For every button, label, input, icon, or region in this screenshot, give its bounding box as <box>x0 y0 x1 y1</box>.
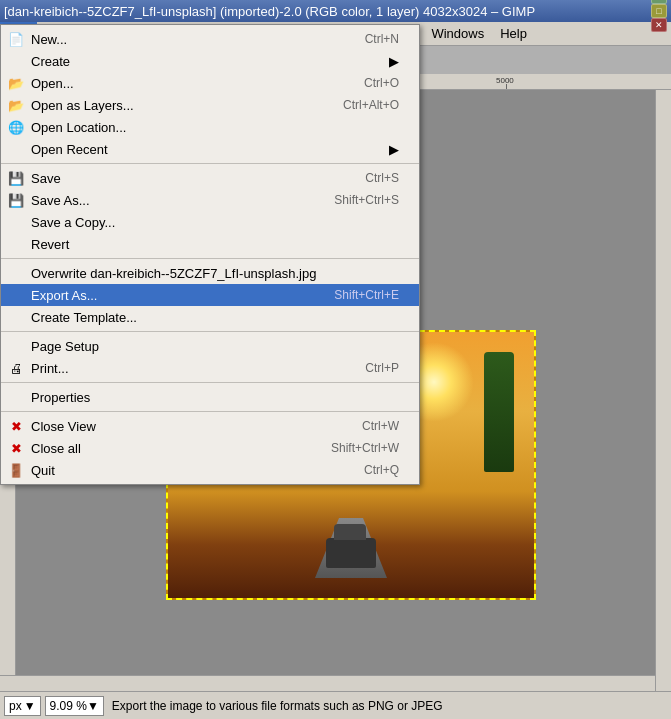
create-arrow: ▶ <box>389 54 399 69</box>
print-label: Print... <box>31 361 345 376</box>
zoom-level[interactable]: 9.09 % ▼ <box>45 696 104 716</box>
separator-4 <box>1 382 419 383</box>
vertical-scrollbar[interactable] <box>655 90 671 691</box>
close-view-shortcut: Ctrl+W <box>362 419 399 433</box>
close-all-shortcut: Shift+Ctrl+W <box>331 441 399 455</box>
separator-3 <box>1 331 419 332</box>
save-as-label: Save As... <box>31 193 314 208</box>
open-layers-icon: 📂 <box>7 96 25 114</box>
zoom-value: 9.09 % <box>50 699 87 713</box>
menu-item-open-location[interactable]: 🌐 Open Location... <box>1 116 419 138</box>
create-label: Create <box>31 54 379 69</box>
zoom-arrow: ▼ <box>87 699 99 713</box>
new-icon: 📄 <box>7 30 25 48</box>
close-button[interactable]: ✕ <box>651 18 667 32</box>
tree <box>484 352 514 472</box>
menu-windows[interactable]: Windows <box>423 22 492 45</box>
quit-icon: 🚪 <box>7 461 25 479</box>
menu-item-export-as[interactable]: Export As... Shift+Ctrl+E <box>1 284 419 306</box>
menu-item-close-all[interactable]: ✖ Close all Shift+Ctrl+W <box>1 437 419 459</box>
menu-item-create[interactable]: Create ▶ <box>1 50 419 72</box>
create-template-label: Create Template... <box>31 310 399 325</box>
menu-item-create-template[interactable]: Create Template... <box>1 306 419 328</box>
save-as-shortcut: Shift+Ctrl+S <box>334 193 399 207</box>
print-icon: 🖨 <box>7 359 25 377</box>
open-layers-shortcut: Ctrl+Alt+O <box>343 98 399 112</box>
new-shortcut: Ctrl+N <box>365 32 399 46</box>
open-location-label: Open Location... <box>31 120 399 135</box>
menu-item-save-copy[interactable]: Save a Copy... <box>1 211 419 233</box>
save-label: Save <box>31 171 345 186</box>
menu-item-open-recent[interactable]: Open Recent ▶ <box>1 138 419 160</box>
close-view-icon: ✖ <box>7 417 25 435</box>
save-copy-label: Save a Copy... <box>31 215 399 230</box>
car <box>326 538 376 568</box>
menu-item-save[interactable]: 💾 Save Ctrl+S <box>1 167 419 189</box>
open-icon: 📂 <box>7 74 25 92</box>
separator-5 <box>1 411 419 412</box>
close-all-label: Close all <box>31 441 311 456</box>
menu-item-quit[interactable]: 🚪 Quit Ctrl+Q <box>1 459 419 481</box>
open-layers-label: Open as Layers... <box>31 98 323 113</box>
menu-item-revert[interactable]: Revert <box>1 233 419 255</box>
menu-item-new[interactable]: 📄 New... Ctrl+N <box>1 28 419 50</box>
title-bar-text: [dan-kreibich--5ZCZF7_LfI-unsplash] (imp… <box>4 4 535 19</box>
export-as-label: Export As... <box>31 288 314 303</box>
menu-item-print[interactable]: 🖨 Print... Ctrl+P <box>1 357 419 379</box>
menu-item-close-view[interactable]: ✖ Close View Ctrl+W <box>1 415 419 437</box>
quit-shortcut: Ctrl+Q <box>364 463 399 477</box>
menu-item-open-layers[interactable]: 📂 Open as Layers... Ctrl+Alt+O <box>1 94 419 116</box>
page-setup-label: Page Setup <box>31 339 399 354</box>
maximize-button[interactable]: □ <box>651 4 667 18</box>
menu-item-properties[interactable]: Properties <box>1 386 419 408</box>
menu-help[interactable]: Help <box>492 22 535 45</box>
open-location-icon: 🌐 <box>7 118 25 136</box>
menu-item-page-setup[interactable]: Page Setup <box>1 335 419 357</box>
save-shortcut: Ctrl+S <box>365 171 399 185</box>
status-message: Export the image to various file formats… <box>112 699 443 713</box>
open-shortcut: Ctrl+O <box>364 76 399 90</box>
horizontal-scrollbar-row <box>0 675 655 691</box>
properties-label: Properties <box>31 390 399 405</box>
title-bar-buttons: – □ ✕ <box>651 0 667 32</box>
separator-1 <box>1 163 419 164</box>
menu-item-open[interactable]: 📂 Open... Ctrl+O <box>1 72 419 94</box>
menu-item-save-as[interactable]: 💾 Save As... Shift+Ctrl+S <box>1 189 419 211</box>
file-dropdown-menu: 📄 New... Ctrl+N Create ▶ 📂 Open... Ctrl+… <box>0 24 420 485</box>
unit-arrow: ▼ <box>24 699 36 713</box>
menu-item-overwrite[interactable]: Overwrite dan-kreibich--5ZCZF7_LfI-unspl… <box>1 262 419 284</box>
separator-2 <box>1 258 419 259</box>
unit-value: px <box>9 699 22 713</box>
export-as-shortcut: Shift+Ctrl+E <box>334 288 399 302</box>
new-label: New... <box>31 32 345 47</box>
status-bar: px ▼ 9.09 % ▼ Export the image to variou… <box>0 691 671 719</box>
save-as-icon: 💾 <box>7 191 25 209</box>
close-view-label: Close View <box>31 419 342 434</box>
open-recent-label: Open Recent <box>31 142 379 157</box>
open-label: Open... <box>31 76 344 91</box>
print-shortcut: Ctrl+P <box>365 361 399 375</box>
unit-dropdown[interactable]: px ▼ <box>4 696 41 716</box>
quit-label: Quit <box>31 463 344 478</box>
save-icon: 💾 <box>7 169 25 187</box>
overwrite-label: Overwrite dan-kreibich--5ZCZF7_LfI-unspl… <box>31 266 399 281</box>
close-all-icon: ✖ <box>7 439 25 457</box>
title-bar: [dan-kreibich--5ZCZF7_LfI-unsplash] (imp… <box>0 0 671 22</box>
revert-label: Revert <box>31 237 399 252</box>
open-recent-arrow: ▶ <box>389 142 399 157</box>
